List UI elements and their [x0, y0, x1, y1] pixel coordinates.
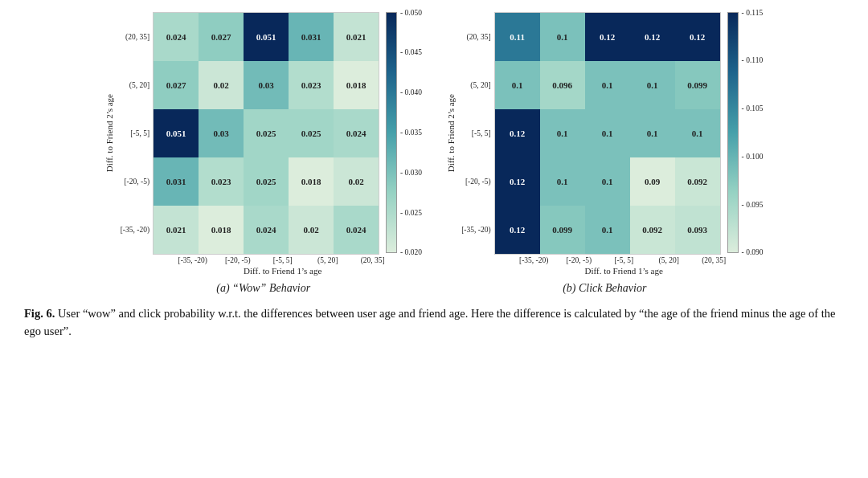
- heatmap-cell: 0.018: [199, 206, 244, 254]
- heatmap-cell: 0.051: [154, 109, 199, 157]
- colorbar-tick-label: - 0.115: [742, 12, 764, 13]
- x-axis-block: [-35, -20)[-20, -5)[-5, 5](5, 20](20, 35…: [170, 256, 395, 276]
- heatmap-cell: 0.018: [334, 61, 379, 109]
- heatmap-cell: 0.12: [495, 206, 540, 254]
- y-axis-label: Diff. to Friend 2’s age: [104, 94, 115, 172]
- heatmap-cell: 0.021: [334, 13, 379, 61]
- heatmap-cell: 0.051: [244, 13, 289, 61]
- heatmap-cell: 0.02: [199, 61, 244, 109]
- heatmap-and-yticklabels: (20, 35](5, 20][-5, 5][-20, -5)[-35, -20…: [121, 12, 422, 255]
- x-tick-label: [-5, 5]: [260, 256, 305, 264]
- x-tick-label: [-20, -5): [215, 256, 260, 264]
- heatmap-cell: 0.099: [675, 61, 720, 109]
- heatmap-wrapper-fig-a: Diff. to Friend 2’s age(20, 35](5, 20][-…: [104, 12, 422, 255]
- y-tick-labels: (20, 35](5, 20][-5, 5][-20, -5)[-35, -20…: [461, 13, 490, 254]
- colorbar-ticks: - 0.050- 0.045- 0.040- 0.035- 0.030- 0.0…: [400, 12, 422, 253]
- figure-block-fig-b: Diff. to Friend 2’s age(20, 35](5, 20][-…: [446, 12, 764, 295]
- heatmap-and-yticklabels: (20, 35](5, 20][-5, 5][-20, -5)[-35, -20…: [461, 12, 763, 255]
- heatmap-cell: 0.12: [495, 109, 540, 157]
- x-tick-labels: [-35, -20)[-20, -5)[-5, 5](5, 20](20, 35…: [511, 256, 736, 264]
- colorbar-tick-label: - 0.045: [400, 52, 422, 53]
- y-tick-label: [-5, 5]: [461, 109, 490, 157]
- heatmap-grid-and-colorbar: 0.0240.0270.0510.0310.0210.0270.020.030.…: [153, 12, 422, 255]
- y-tick-label: (20, 35]: [121, 13, 149, 61]
- x-tick-label: (5, 20]: [305, 256, 350, 264]
- x-tick-labels: [-35, -20)[-20, -5)[-5, 5](5, 20](20, 35…: [170, 256, 395, 264]
- heatmap-grid-and-colorbar: 0.110.10.120.120.120.10.0960.10.10.0990.…: [494, 12, 764, 255]
- heatmap-cell: 0.025: [289, 109, 334, 157]
- y-tick-label: (20, 35]: [461, 13, 490, 61]
- heatmap-cell: 0.03: [199, 109, 244, 157]
- figures-container: Diff. to Friend 2’s age(20, 35](5, 20][-…: [16, 12, 852, 295]
- colorbar-tick-label: - 0.025: [400, 212, 422, 213]
- heatmap-cell: 0.024: [154, 13, 199, 61]
- x-tick-label: [-20, -5): [556, 256, 601, 264]
- colorbar-ticks: - 0.115- 0.110- 0.105- 0.100- 0.095- 0.0…: [742, 12, 764, 253]
- colorbar-tick-label: - 0.095: [742, 204, 764, 205]
- heatmap-cell: 0.1: [585, 61, 630, 109]
- x-axis-block: [-35, -20)[-20, -5)[-5, 5](5, 20](20, 35…: [511, 256, 736, 276]
- colorbar-wrapper: - 0.115- 0.110- 0.105- 0.100- 0.095- 0.0…: [727, 12, 764, 255]
- heatmap-cell: 0.09: [630, 157, 675, 206]
- heatmap-cell: 0.024: [334, 206, 379, 254]
- heatmap-grid: 0.110.10.120.120.120.10.0960.10.10.0990.…: [494, 12, 721, 255]
- heatmap-cell: 0.03: [244, 61, 289, 109]
- subfig-caption: (a) “Wow” Behavior: [216, 282, 310, 295]
- heatmap-cell: 0.027: [199, 13, 244, 61]
- colorbar-tick-label: - 0.100: [742, 156, 764, 157]
- heatmap-wrapper-fig-b: Diff. to Friend 2’s age(20, 35](5, 20][-…: [446, 12, 764, 255]
- heatmap-cell: 0.031: [289, 13, 334, 61]
- x-tick-label: [-35, -20): [170, 256, 215, 264]
- colorbar-tick-label: - 0.020: [400, 252, 422, 253]
- heatmap-cell: 0.02: [289, 206, 334, 254]
- colorbar-wrapper: - 0.050- 0.045- 0.040- 0.035- 0.030- 0.0…: [386, 12, 422, 255]
- subfig-caption: (b) Click Behavior: [563, 282, 646, 295]
- y-tick-label: [-20, -5): [121, 157, 149, 206]
- heatmap-cell: 0.023: [289, 61, 334, 109]
- figure-block-fig-a: Diff. to Friend 2’s age(20, 35](5, 20][-…: [104, 12, 422, 295]
- fig-caption: Fig. 6. User “wow” and click probability…: [24, 304, 844, 341]
- heatmap-cell: 0.092: [675, 157, 720, 206]
- heatmap-cell: 0.1: [675, 109, 720, 157]
- heatmap-cell: 0.12: [585, 13, 630, 61]
- x-tick-label: (20, 35]: [691, 256, 736, 264]
- heatmap-cell: 0.018: [289, 157, 334, 206]
- heatmap-cell: 0.024: [334, 109, 379, 157]
- fig-caption-text: User “wow” and click probability w.r.t. …: [24, 307, 836, 337]
- heatmap-cell: 0.096: [540, 61, 585, 109]
- colorbar-tick-label: - 0.105: [742, 108, 764, 109]
- x-tick-label: (5, 20]: [646, 256, 691, 264]
- heatmap-cell: 0.1: [630, 61, 675, 109]
- heatmap-cell: 0.02: [334, 157, 379, 206]
- colorbar: [386, 12, 397, 253]
- heatmap-cell: 0.024: [244, 206, 289, 254]
- heatmap-cell: 0.031: [154, 157, 199, 206]
- heatmap-cell: 0.1: [540, 109, 585, 157]
- heatmap-cell: 0.1: [495, 61, 540, 109]
- colorbar-tick-label: - 0.040: [400, 92, 422, 93]
- heatmap-cell: 0.1: [540, 13, 585, 61]
- heatmap-grid: 0.0240.0270.0510.0310.0210.0270.020.030.…: [153, 12, 379, 255]
- heatmap-cell: 0.12: [495, 157, 540, 206]
- heatmap-cell: 0.1: [585, 109, 630, 157]
- y-tick-labels: (20, 35](5, 20][-5, 5][-20, -5)[-35, -20…: [121, 13, 149, 254]
- colorbar-tick-label: - 0.030: [400, 172, 422, 173]
- fig-label: Fig. 6.: [24, 307, 55, 320]
- x-tick-label: [-5, 5]: [601, 256, 646, 264]
- heatmap-cell: 0.099: [540, 206, 585, 254]
- y-axis-label: Diff. to Friend 2’s age: [446, 94, 457, 172]
- colorbar: [727, 12, 739, 253]
- x-tick-label: [-35, -20): [511, 256, 556, 264]
- heatmap-cell: 0.12: [675, 13, 720, 61]
- heatmap-cell: 0.023: [199, 157, 244, 206]
- heatmap-cell: 0.092: [630, 206, 675, 254]
- heatmap-cell: 0.1: [585, 206, 630, 254]
- x-axis-label: Diff. to Friend 1’s age: [585, 266, 663, 276]
- heatmap-cell: 0.025: [244, 109, 289, 157]
- colorbar-tick-label: - 0.110: [742, 60, 764, 61]
- y-tick-label: [-35, -20): [461, 206, 490, 254]
- y-tick-label: [-20, -5): [461, 157, 490, 206]
- colorbar-tick-label: - 0.035: [400, 132, 422, 133]
- heatmap-cell: 0.027: [154, 61, 199, 109]
- y-tick-label: (5, 20]: [121, 61, 149, 109]
